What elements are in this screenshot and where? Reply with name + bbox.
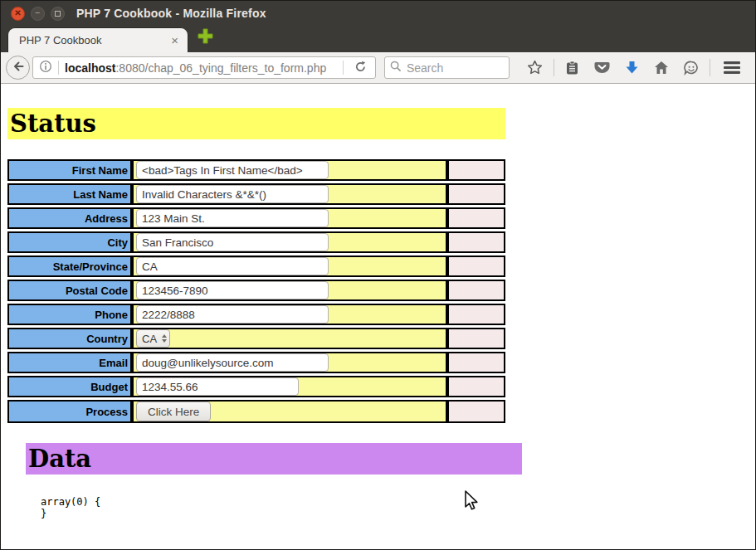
tab-php7-cookbook[interactable]: PHP 7 Cookbook × xyxy=(7,27,188,52)
select-country[interactable]: CA xyxy=(136,329,170,348)
status-heading: Status xyxy=(7,108,505,139)
input-budget[interactable] xyxy=(136,377,299,396)
form-row-first-name: First Name xyxy=(7,159,505,181)
reload-button[interactable] xyxy=(349,59,372,76)
input-state-province[interactable] xyxy=(136,257,329,275)
back-arrow-icon xyxy=(12,60,25,76)
pocket-icon xyxy=(594,63,610,77)
download-button[interactable] xyxy=(617,57,646,78)
input-last-name[interactable] xyxy=(136,185,329,203)
search-placeholder: Search xyxy=(407,61,443,75)
url-bar[interactable]: localhost:8080/chap_06_tying_filters_to_… xyxy=(32,56,376,79)
form-row-budget: Budget xyxy=(7,376,505,397)
form-row-email: Email xyxy=(7,352,505,373)
toolbar-separator-2 xyxy=(710,59,710,76)
mouse-cursor xyxy=(462,490,480,515)
search-icon xyxy=(390,61,402,75)
process-button[interactable]: Click Here xyxy=(136,402,211,421)
home-button[interactable] xyxy=(646,57,676,78)
tab-close-icon[interactable]: × xyxy=(168,33,181,47)
url-separator-2 xyxy=(343,61,344,75)
window-title: PHP 7 Cookbook - Mozilla Firefox xyxy=(76,7,266,20)
row-status-cell-email xyxy=(447,352,505,373)
plus-icon xyxy=(197,33,214,47)
row-status-cell-process xyxy=(447,400,505,423)
info-icon[interactable] xyxy=(39,60,52,76)
tab-bar: PHP 7 Cookbook × xyxy=(1,26,755,52)
form-row-last-name: Last Name xyxy=(7,183,505,205)
window-maximize-button[interactable] xyxy=(51,7,65,21)
input-postal-code[interactable] xyxy=(136,281,329,299)
new-tab-button[interactable] xyxy=(197,27,214,48)
input-first-name[interactable] xyxy=(136,161,329,179)
row-label-address: Address xyxy=(7,207,132,229)
select-country-value: CA xyxy=(142,333,162,345)
input-email[interactable] xyxy=(136,353,329,372)
row-label-country: Country xyxy=(7,328,132,349)
form-row-phone: Phone xyxy=(7,304,505,325)
form-row-state-province: State/Province xyxy=(7,256,505,277)
url-host: localhost xyxy=(65,61,115,75)
window-minimize-button[interactable]: − xyxy=(31,7,45,21)
url-text[interactable]: localhost:8080/chap_06_tying_filters_to_… xyxy=(65,61,337,75)
menu-icon xyxy=(723,63,741,77)
form-table-body: First NameLast NameAddressCityState/Prov… xyxy=(7,159,505,423)
back-button[interactable] xyxy=(6,56,30,80)
row-field-cell-city xyxy=(132,231,447,253)
row-status-cell-phone xyxy=(447,304,505,325)
row-field-cell-country: CA xyxy=(132,328,447,349)
row-status-cell-postal-code xyxy=(447,280,505,301)
input-address[interactable] xyxy=(136,209,329,227)
pocket-button[interactable] xyxy=(587,58,617,78)
page-content: Status First NameLast NameAddressCitySta… xyxy=(1,84,755,549)
row-status-cell-city xyxy=(447,231,505,253)
tab-label: PHP 7 Cookbook xyxy=(19,34,168,46)
form-row-address: Address xyxy=(7,207,505,229)
browser-window: ✕ − PHP 7 Cookbook - Mozilla Firefox PHP… xyxy=(0,0,756,550)
toolbar-buttons xyxy=(519,56,749,79)
row-field-cell-address xyxy=(132,207,447,229)
input-city[interactable] xyxy=(136,233,329,251)
data-heading: Data xyxy=(26,443,522,475)
url-separator xyxy=(58,61,59,75)
search-input[interactable]: Search xyxy=(384,56,510,79)
row-field-cell-first-name xyxy=(132,159,447,181)
url-path: :8080/chap_06_tying_filters_to_form.php xyxy=(115,61,326,75)
row-status-cell-first-name xyxy=(447,159,505,181)
form-row-process: ProcessClick Here xyxy=(7,400,505,423)
hello-button[interactable] xyxy=(676,57,706,79)
bookmark-star-icon xyxy=(527,64,543,78)
reading-list-icon xyxy=(565,64,579,78)
row-status-cell-budget xyxy=(447,376,505,397)
form-row-city: City xyxy=(7,231,505,253)
window-close-button[interactable]: ✕ xyxy=(11,7,25,21)
row-label-phone: Phone xyxy=(7,304,132,325)
row-label-first-name: First Name xyxy=(7,159,132,181)
navigation-toolbar: localhost:8080/chap_06_tying_filters_to_… xyxy=(1,52,755,84)
row-status-cell-country xyxy=(447,328,505,349)
bookmark-star-button[interactable] xyxy=(519,56,550,79)
row-label-process: Process xyxy=(7,400,132,423)
spinner-icon[interactable] xyxy=(162,334,167,343)
input-phone[interactable] xyxy=(136,305,329,324)
toolbar-separator xyxy=(554,59,554,76)
reading-list-button[interactable] xyxy=(558,57,587,79)
menu-button[interactable] xyxy=(715,57,749,78)
row-status-cell-last-name xyxy=(447,183,505,205)
row-label-budget: Budget xyxy=(7,376,132,397)
row-field-cell-process: Click Here xyxy=(132,400,447,423)
row-field-cell-phone xyxy=(132,304,447,325)
row-field-cell-email xyxy=(132,352,447,373)
row-field-cell-postal-code xyxy=(132,280,447,301)
hello-smiley-icon xyxy=(684,64,699,78)
row-field-cell-budget xyxy=(132,376,447,397)
var-dump-output: array(0) { } xyxy=(41,496,755,519)
row-field-cell-state-province xyxy=(132,256,447,277)
reload-icon xyxy=(354,61,367,75)
row-label-state-province: State/Province xyxy=(7,256,132,277)
home-icon xyxy=(654,63,669,77)
row-field-cell-last-name xyxy=(132,183,447,205)
row-label-last-name: Last Name xyxy=(7,183,132,205)
row-label-email: Email xyxy=(7,352,132,373)
form-row-postal-code: Postal Code xyxy=(7,280,505,301)
